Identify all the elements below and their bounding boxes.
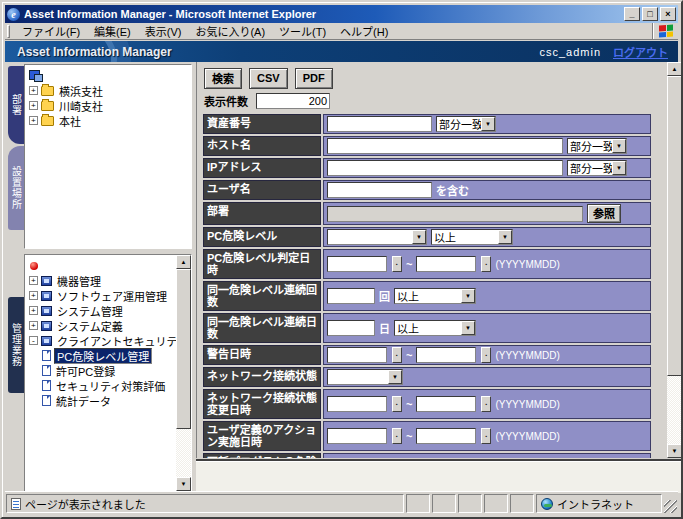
menu-item[interactable]: 表示(V): [138, 22, 189, 40]
task-tree-scrollbar[interactable]: ▲ ▼: [176, 255, 191, 491]
date-picker-button[interactable]: ▪: [392, 347, 402, 363]
menu-item[interactable]: 編集(E): [87, 22, 138, 40]
expander-icon[interactable]: +: [29, 276, 38, 285]
date-to-input[interactable]: [416, 396, 476, 412]
field-label: 資産番号: [203, 114, 321, 134]
date-to-input[interactable]: [416, 256, 476, 272]
date-picker-button[interactable]: ▪: [392, 428, 402, 444]
form-row: 部署 参照: [203, 202, 651, 225]
date-picker-button[interactable]: ▪: [481, 396, 491, 412]
scroll-down-button[interactable]: ▼: [176, 477, 191, 491]
tree-item-label[interactable]: ソフトウェア運用管理: [55, 288, 169, 304]
expander-icon[interactable]: +: [29, 86, 38, 95]
select-input[interactable]: ▼: [327, 369, 403, 385]
expander-icon[interactable]: +: [29, 321, 38, 330]
text-input[interactable]: [327, 160, 563, 176]
tree-item-label[interactable]: 統計データ: [54, 393, 113, 409]
select-input[interactable]: 部分一致▼: [567, 160, 627, 176]
display-count-input[interactable]: 200: [256, 93, 330, 109]
date-to-input[interactable]: [416, 428, 476, 444]
menu-item[interactable]: ファイル(F): [15, 22, 87, 40]
scroll-thumb[interactable]: [176, 269, 191, 429]
status-pane: [458, 494, 482, 513]
select-input[interactable]: 部分一致▼: [436, 116, 496, 132]
pdf-button[interactable]: PDF: [295, 68, 333, 89]
tree-item-label[interactable]: 機器管理: [55, 273, 103, 289]
form-row: 資産番号 部分一致▼: [203, 114, 651, 134]
browse-button[interactable]: 参照: [587, 204, 621, 223]
app-banner: Asset Information Manager csc_admin ログアウ…: [5, 41, 678, 62]
expander-icon[interactable]: +: [29, 291, 38, 300]
text-input[interactable]: [327, 182, 432, 198]
menu-item[interactable]: ツール(T): [272, 22, 333, 40]
task-tree-panel: + 機器管理 + ソフトウェア運用管理 + システム管理 + システム定義 - …: [24, 254, 192, 492]
text-input[interactable]: [327, 320, 375, 336]
date-picker-button[interactable]: ▪: [481, 347, 491, 363]
ie-logo-panel: [652, 23, 678, 39]
tree-item-label[interactable]: PC危険レベル管理: [54, 348, 152, 364]
menu-item[interactable]: お気に入り(A): [188, 22, 272, 40]
form-row: 警告日時 ▪~▪(YYYYMMDD): [203, 345, 651, 365]
date-from-input[interactable]: [327, 396, 387, 412]
expander-icon[interactable]: +: [29, 306, 38, 315]
date-from-input[interactable]: [327, 428, 387, 444]
tree-item-label[interactable]: 横浜支社: [57, 83, 105, 99]
tree-item: セキュリティ対策評価: [42, 378, 175, 393]
date-picker-button[interactable]: ▪: [392, 396, 402, 412]
scroll-down-button[interactable]: ▼: [667, 444, 682, 458]
date-from-input[interactable]: [327, 347, 387, 363]
tab-management-tasks[interactable]: 管理業務: [8, 297, 24, 393]
text-input[interactable]: [327, 138, 563, 154]
module-icon: [41, 321, 52, 331]
scroll-thumb[interactable]: [667, 76, 682, 376]
tree-item: + システム定義: [29, 318, 175, 333]
select-input[interactable]: ▼: [327, 229, 427, 245]
tree-item-label[interactable]: システム管理: [55, 303, 125, 319]
tab-location[interactable]: 設置場所: [8, 146, 24, 230]
date-to-input[interactable]: [416, 347, 476, 363]
expander-icon[interactable]: -: [29, 336, 38, 345]
logout-link[interactable]: ログアウト: [613, 44, 668, 60]
title-bar[interactable]: e Asset Information Manager - Microsoft …: [5, 5, 678, 23]
resize-grip[interactable]: [664, 500, 677, 513]
status-pane: [510, 494, 534, 513]
date-format-hint: (YYYYMMDD): [495, 259, 559, 270]
document-icon: [42, 365, 51, 376]
tree-item-label[interactable]: システム定義: [55, 318, 125, 334]
select-input[interactable]: 以上▼: [431, 229, 513, 245]
document-icon: [42, 350, 51, 361]
network-root-icon: [29, 70, 43, 82]
menu-grip[interactable]: [7, 25, 10, 38]
menu-item[interactable]: ヘルプ(H): [333, 22, 395, 40]
scroll-up-button[interactable]: ▲: [667, 62, 682, 76]
select-input[interactable]: 以上▼: [394, 320, 476, 336]
tab-department[interactable]: 部署: [8, 66, 24, 144]
date-picker-button[interactable]: ▪: [392, 256, 402, 272]
date-picker-button[interactable]: ▪: [481, 428, 491, 444]
date-picker-button[interactable]: ▪: [481, 256, 491, 272]
field-label: 同一危険レベル連続回数: [203, 281, 321, 311]
search-form-frame: 検索 CSV PDF 表示件数 200 資産番号 部分一致▼ ホスト名 部分一致…: [196, 62, 682, 458]
tree-item-label[interactable]: 許可PC登録: [54, 363, 117, 379]
date-from-input[interactable]: [327, 256, 387, 272]
text-input[interactable]: [327, 116, 432, 132]
select-input[interactable]: 以上▼: [394, 288, 476, 304]
search-button[interactable]: 検索: [204, 68, 242, 89]
field-label: ネットワーク接続状態変更日時: [203, 389, 321, 419]
tree-item-label[interactable]: クライアントセキュリティ管理: [55, 333, 192, 349]
csv-button[interactable]: CSV: [249, 68, 288, 89]
maximize-button[interactable]: □: [642, 7, 658, 21]
form-scrollbar[interactable]: ▲ ▼: [667, 62, 682, 458]
text-input[interactable]: [327, 288, 375, 304]
tree-item-label[interactable]: 川崎支社: [57, 98, 105, 114]
field-label: ホスト名: [203, 136, 321, 156]
tree-item-label[interactable]: 本社: [57, 113, 83, 129]
expander-icon[interactable]: +: [29, 116, 38, 125]
expander-icon[interactable]: +: [29, 101, 38, 110]
scroll-up-button[interactable]: ▲: [176, 255, 191, 269]
field-label: ユーザ定義のアクション実施日時: [203, 421, 321, 451]
select-input[interactable]: 部分一致▼: [567, 138, 627, 154]
tree-item-label[interactable]: セキュリティ対策評価: [54, 378, 167, 394]
minimize-button[interactable]: _: [624, 7, 640, 21]
close-button[interactable]: ×: [660, 7, 676, 21]
